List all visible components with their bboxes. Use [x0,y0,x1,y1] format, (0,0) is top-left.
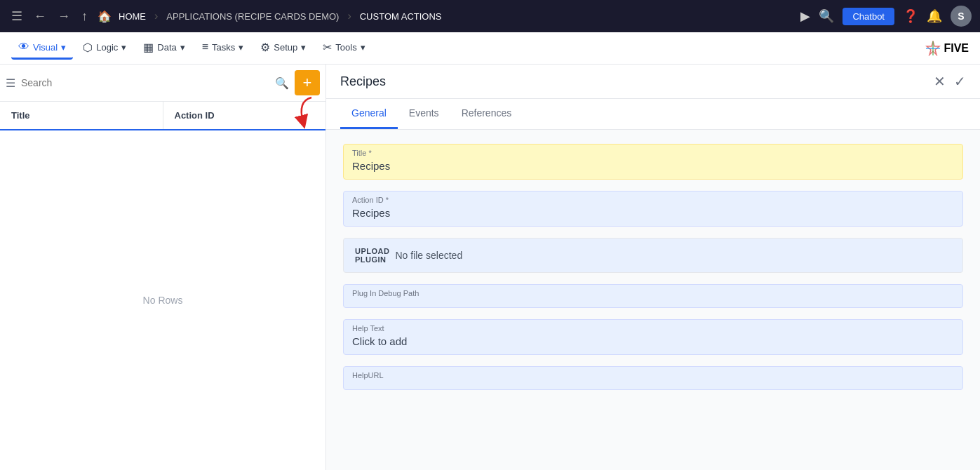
chatbot-button[interactable]: Chatbot [843,8,894,25]
logic-dropdown-icon: ▾ [121,42,126,53]
top-nav: ☰ ← → ↑ 🏠 HOME › APPLICATIONS (RECIPE CA… [0,0,980,32]
setup-icon: ⚙ [260,41,270,54]
menu-label-data: Data [157,42,176,53]
action-id-field-value[interactable]: Recipes [344,204,962,226]
tabs-bar: General Events References [326,99,980,130]
tab-general[interactable]: General [340,99,398,129]
up-icon[interactable]: ↑ [79,6,90,27]
no-rows-message: No Rows [0,130,325,470]
confirm-button[interactable]: ✓ [954,73,966,90]
logic-icon: ⬡ [83,41,93,54]
column-action-id: Action ID [163,102,326,129]
user-avatar[interactable]: S [951,6,972,27]
action-id-field-container: Action ID * Recipes [343,191,963,227]
data-icon: ▦ [143,41,154,54]
five-logo-icon [925,41,941,56]
menu-item-data[interactable]: ▦ Data ▾ [136,36,192,60]
tasks-icon: ≡ [202,41,208,53]
right-panel: Recipes ✕ ✓ General Events References Ti… [326,65,980,470]
upload-plugin-field[interactable]: UPLOAD PLUGIN No file selected [343,238,963,273]
breadcrumb-applications[interactable]: APPLICATIONS (RECIPE CARDS DEMO) [166,11,339,22]
menu-label-tasks: Tasks [212,42,235,53]
menu-item-tools[interactable]: ✂ Tools ▾ [316,36,372,60]
menu-item-tasks[interactable]: ≡ Tasks ▾ [195,36,251,60]
form-area: Title * Recipes Action ID * Recipes UPLO… [326,130,980,404]
five-logo: FIVE [925,41,969,56]
upload-plugin-value: No file selected [395,250,462,261]
search-bar: ☰ 🔍 + [0,65,325,102]
visual-icon: 👁 [18,41,29,53]
tasks-dropdown-icon: ▾ [239,42,243,53]
help-url-field-label: HelpURL [344,367,962,380]
notifications-icon[interactable]: 🔔 [927,8,942,24]
title-field-label: Title * [344,145,962,157]
upload-plugin-label: UPLOAD PLUGIN [355,247,389,264]
home-icon: 🏠 [98,10,112,23]
menu-bar: 👁 Visual ▾ ⬡ Logic ▾ ▦ Data ▾ ≡ Tasks ▾ … [0,32,980,65]
help-text-field-container: Help Text Click to add [343,319,963,355]
debug-path-field-container: Plug In Debug Path [343,284,963,308]
debug-path-field-value[interactable] [344,297,962,307]
help-text-field-label: Help Text [344,320,962,333]
menu-item-setup[interactable]: ⚙ Setup ▾ [253,36,313,60]
help-icon[interactable]: ❓ [903,8,918,24]
right-panel-header: Recipes ✕ ✓ [326,65,980,99]
help-text-field-value[interactable]: Click to add [344,333,962,354]
title-field-container: Title * Recipes [343,144,963,180]
tab-events[interactable]: Events [398,99,450,129]
search-nav-icon[interactable]: 🔍 [819,8,834,24]
home-label[interactable]: HOME [119,11,146,22]
setup-dropdown-icon: ▾ [301,42,306,53]
search-input[interactable] [21,77,269,88]
data-dropdown-icon: ▾ [180,42,185,53]
five-logo-text: FIVE [944,42,969,55]
menu-label-logic: Logic [96,42,118,53]
debug-path-field-label: Plug In Debug Path [344,285,962,297]
table-header: Title Action ID [0,102,325,130]
forward-icon[interactable]: → [55,6,73,27]
menu-item-visual[interactable]: 👁 Visual ▾ [11,36,73,60]
menu-item-logic[interactable]: ⬡ Logic ▾ [76,36,133,60]
main-content: ☰ 🔍 + Title Action ID No Rows [0,65,980,470]
breadcrumb-custom-actions[interactable]: CUSTOM ACTIONS [360,11,442,22]
menu-label-tools: Tools [335,42,356,53]
add-button[interactable]: + [295,70,320,95]
tools-icon: ✂ [323,41,332,54]
visual-dropdown-icon: ▾ [61,42,66,53]
help-url-field-value[interactable] [344,380,962,389]
tab-references[interactable]: References [450,99,523,129]
menu-label-visual: Visual [33,42,58,53]
right-panel-actions: ✕ ✓ [934,73,966,90]
search-button[interactable]: 🔍 [275,76,289,90]
play-icon[interactable]: ▶ [800,8,810,24]
tools-dropdown-icon: ▾ [361,42,365,53]
top-nav-actions: ▶ 🔍 Chatbot ❓ 🔔 S [800,6,972,27]
column-title: Title [0,102,163,129]
left-panel: ☰ 🔍 + Title Action ID No Rows [0,65,326,470]
back-icon[interactable]: ← [31,6,49,27]
right-panel-title: Recipes [340,74,386,89]
title-field-value[interactable]: Recipes [344,157,962,179]
filter-icon[interactable]: ☰ [6,76,15,90]
close-button[interactable]: ✕ [934,73,946,90]
help-url-field-container: HelpURL [343,366,963,390]
menu-icon[interactable]: ☰ [8,6,25,27]
action-id-field-label: Action ID * [344,192,962,204]
menu-label-setup: Setup [274,42,297,53]
